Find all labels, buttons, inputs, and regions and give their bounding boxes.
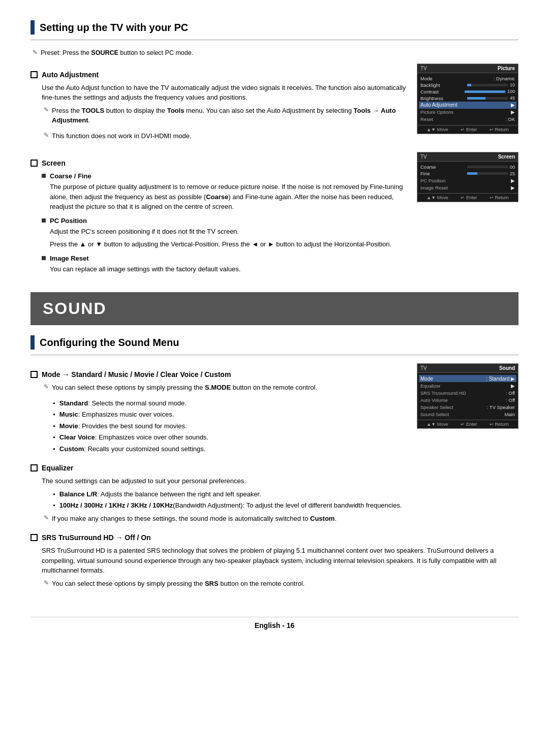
tv-sound-footer: ▲▼ Move ↵ Enter ↩ Return <box>417 420 518 428</box>
eq-note: ✎ If you make any changes to these setti… <box>42 514 518 527</box>
tv-sound-equalizer-row: Equalizer ▶ <box>420 382 515 389</box>
srs-title: SRS TruSurround HD → Off / On <box>42 533 151 542</box>
tv-screen-body: Coarse 00 Fine 25 PC P <box>417 162 518 193</box>
mode-title: Mode → Standard / Music / Movie / Clear … <box>42 370 231 379</box>
preset-note-text: Preset: Press the SOURCE button to selec… <box>41 48 193 58</box>
auto-adjustment-note2-text: This function does not work in DVI-HDMI … <box>52 131 192 141</box>
blue-bar-icon-2 <box>30 335 35 350</box>
eq-bullet-2: 100Hz / 300Hz / 1KHz / 3KHz / 10KHz (Ban… <box>53 500 518 511</box>
srs-para1: SRS TruSurround HD is a patented SRS tec… <box>42 546 518 576</box>
screen-section: Screen Coarse / Fine The purpose of pict… <box>30 152 518 277</box>
note-icon-4: ✎ <box>44 383 49 390</box>
auto-adjustment-para1: Use the Auto Adjust function to have the… <box>42 83 407 103</box>
tv-auto-adj-row: Auto Adjustment ▶ <box>419 102 516 109</box>
srs-content: SRS TruSurround HD is a patented SRS tec… <box>42 546 518 591</box>
section2-title-bar: Configuring the Sound Menu <box>30 335 518 350</box>
image-reset-title: Image Reset <box>50 255 89 262</box>
checkbox-icon-3 <box>30 371 38 378</box>
tv-sound-speaker-row: Speaker Select : TV Speaker <box>420 403 515 411</box>
srs-heading: SRS TruSurround HD → Off / On <box>30 533 518 542</box>
pc-position-para1: Adjust the PC's screen positioning if it… <box>50 227 407 237</box>
mode-bullets: Standard: Selects the normal sound mode.… <box>53 398 407 454</box>
tv-screen-header-right: Screen <box>498 154 515 160</box>
auto-adjustment-note1-text: Press the TOOLS button to display the To… <box>52 106 407 125</box>
sound-banner: SOUND <box>30 292 518 325</box>
tv-picture-footer: ▲▼ Move ↵ Enter ↩ Return <box>417 125 518 134</box>
tv-fine-row: Fine 25 <box>420 170 515 177</box>
equalizer-bullets: Balance L/R: Adjusts the balance between… <box>53 489 518 511</box>
tv-sound-panel: TV Sound Mode : Standard ▶ Equalizer ▶ S… <box>417 363 518 429</box>
tv-picture-header-left: TV <box>420 66 427 71</box>
screen-heading: Screen <box>30 159 407 167</box>
screen-text: Screen Coarse / Fine The purpose of pict… <box>30 152 407 277</box>
tv-sound-autovol-row: Auto Volume : Off <box>420 396 515 403</box>
mode-bullet-4: Clear Voice: Emphasizes voice over other… <box>53 432 407 443</box>
mode-heading: Mode → Standard / Music / Movie / Clear … <box>30 370 407 379</box>
pc-position-heading: PC Position <box>42 217 407 225</box>
mode-text: Mode → Standard / Music / Movie / Clear … <box>30 363 407 457</box>
srs-note: ✎ You can select these options by simply… <box>42 579 518 592</box>
small-square-icon <box>42 174 46 178</box>
section1-divider <box>30 40 518 40</box>
screen-title: Screen <box>42 159 66 167</box>
tv-mode-row: Mode : Dynamic <box>420 75 515 82</box>
equalizer-heading: Equalizer <box>30 464 518 472</box>
footer-text: English - 16 <box>255 621 295 629</box>
srs-note-text: You can select these options by simply p… <box>52 579 304 589</box>
section2-title: Configuring the Sound Menu <box>40 337 179 349</box>
mode-bullet-2: Music: Emphasizes music over voices. <box>53 410 407 420</box>
screen-content: Coarse / Fine The purpose of picture qua… <box>42 172 407 274</box>
equalizer-para: The sound settings can be adjusted to su… <box>42 476 518 486</box>
tv-sound-screen: TV Sound Mode : Standard ▶ Equalizer ▶ S… <box>417 363 518 429</box>
equalizer-content: The sound settings can be adjusted to su… <box>42 476 518 526</box>
small-square-icon-3 <box>42 256 46 260</box>
coarse-fine-para: The purpose of picture quality adjustmen… <box>50 182 407 212</box>
tv-sound-header-left: TV <box>420 365 427 371</box>
coarse-fine-title: Coarse / Fine <box>50 172 92 180</box>
tv-screen-panel: TV Screen Coarse 00 Fine <box>417 152 518 202</box>
tv-sound-header: TV Sound <box>417 364 518 373</box>
tv-sound-select-row: Sound Select Main <box>420 411 515 418</box>
blue-bar-icon <box>30 20 35 35</box>
preset-note: ✎ Preset: Press the SOURCE button to sel… <box>30 48 518 61</box>
equalizer-title: Equalizer <box>42 464 73 472</box>
tv-sound-srs-row: SRS Trusurround HD : Off <box>420 389 515 396</box>
page-footer: English - 16 <box>30 617 518 634</box>
auto-adjustment-note1: ✎ Press the TOOLS button to display the … <box>42 106 407 129</box>
mode-bullet-5: Custom: Recalls your customized sound se… <box>53 444 407 454</box>
tv-picture-options-row: Picture Options ▶ <box>420 109 515 116</box>
tv-picture-screen: TV Picture Mode : Dynamic Backlight 10 <box>417 64 518 134</box>
note-icon-2: ✎ <box>44 106 49 113</box>
note-icon: ✎ <box>33 49 38 56</box>
auto-adjustment-content: Use the Auto Adjust function to have the… <box>42 83 407 144</box>
tv-picture-header: TV Picture <box>417 64 518 73</box>
mode-note1: ✎ You can select these options by simply… <box>42 383 407 396</box>
mode-bullet-1: Standard: Selects the normal sound mode. <box>53 398 407 408</box>
small-square-icon-2 <box>42 218 46 223</box>
tv-coarse-row: Coarse 00 <box>420 164 515 170</box>
sound-banner-text: SOUND <box>43 299 107 318</box>
image-reset-para: You can replace all image settings with … <box>50 264 407 274</box>
image-reset-heading: Image Reset <box>42 255 407 262</box>
auto-adjustment-section: Auto Adjustment Use the Auto Adjust func… <box>30 64 518 147</box>
note-icon-3: ✎ <box>44 132 49 139</box>
tv-backlight-row: Backlight 10 <box>420 82 515 88</box>
mode-bullet-3: Movie: Provides the best sound for movie… <box>53 421 407 431</box>
tv-picture-body: Mode : Dynamic Backlight 10 Contrast <box>417 73 518 125</box>
eq-note-text: If you make any changes to these setting… <box>52 514 337 524</box>
tv-screen-mockup: TV Screen Coarse 00 Fine <box>417 152 518 202</box>
checkbox-icon <box>30 71 38 78</box>
tv-picture-header-right: Picture <box>498 66 515 71</box>
note-icon-6: ✎ <box>44 579 49 586</box>
tv-screen-header-left: TV <box>420 154 427 160</box>
tv-reset-row: Reset : OK <box>420 116 515 123</box>
tv-sound-body: Mode : Standard ▶ Equalizer ▶ SRS Trusur… <box>417 373 518 420</box>
pc-position-title: PC Position <box>50 217 87 225</box>
tv-pc-position-row: PC Position ▶ <box>420 177 515 184</box>
tv-brightness-row: Brightness 45 <box>420 95 515 102</box>
tv-sound-mode-row: Mode : Standard ▶ <box>419 375 516 382</box>
mode-content: ✎ You can select these options by simply… <box>42 383 407 454</box>
section1-title-bar: Setting up the TV with your PC <box>30 20 518 35</box>
tv-screen-footer: ▲▼ Move ↵ Enter ↩ Return <box>417 193 518 202</box>
tv-screen-header: TV Screen <box>417 152 518 162</box>
